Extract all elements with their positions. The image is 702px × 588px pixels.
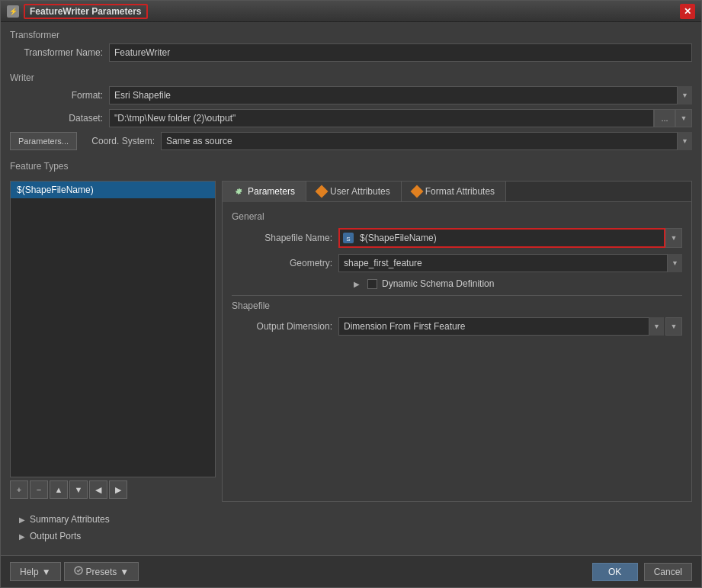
remove-feature-button[interactable]: − [30, 480, 48, 499]
coord-label: Coord. System: [77, 136, 161, 146]
output-dimension-extra-button[interactable]: ▼ [665, 317, 682, 336]
dimension-dropdown-wrapper: Dimension From First Feature ▼ ▼ [338, 317, 682, 336]
format-label: Format: [10, 90, 109, 101]
title-bar-left: ⚡ FeatureWriter Parameters [7, 4, 148, 19]
tab-user-attributes-label: User Attributes [330, 186, 390, 197]
close-button[interactable]: ✕ [680, 4, 695, 19]
dynamic-schema-row: ▶ Dynamic Schema Definition [232, 278, 682, 289]
transformer-name-input[interactable] [109, 43, 692, 62]
tab-parameters[interactable]: Parameters [223, 182, 306, 202]
dataset-label: Dataset: [10, 113, 109, 124]
feature-types-label: Feature Types [10, 161, 692, 172]
tab-user-attributes[interactable]: User Attributes [306, 182, 402, 201]
dynamic-schema-checkbox[interactable] [367, 279, 377, 289]
separator-1 [232, 295, 682, 296]
feature-list: $(ShapeFileName) [10, 181, 216, 477]
coord-row: Parameters... Coord. System: Same as sou… [10, 132, 692, 150]
dynamic-schema-label: Dynamic Schema Definition [382, 278, 494, 289]
output-ports-expand-icon: ▶ [19, 532, 25, 541]
parameters-button[interactable]: Parameters... [10, 132, 77, 150]
ok-button[interactable]: OK [592, 563, 638, 581]
footer-left: Help ▼ Presets ▼ [10, 562, 139, 581]
format-attr-icon [410, 185, 423, 198]
svg-text:S: S [346, 236, 350, 243]
dataset-row: Dataset: ... ▼ [10, 109, 692, 127]
summary-expand-icon: ▶ [19, 516, 25, 524]
title-bar: ⚡ FeatureWriter Parameters ✕ [1, 1, 701, 22]
browse-button[interactable]: ... [654, 109, 675, 127]
presets-button[interactable]: Presets ▼ [64, 562, 139, 581]
tab-parameters-label: Parameters [248, 186, 295, 197]
dataset-arrow-button[interactable]: ▼ [675, 109, 692, 127]
shapefile-name-label: Shapefile Name: [232, 233, 338, 243]
geometry-row: Geometry: shape_first_feature ▼ [232, 254, 682, 272]
shapefile-name-input[interactable] [357, 231, 664, 245]
footer-right: OK Cancel [592, 563, 692, 581]
geometry-label: Geometry: [232, 258, 338, 268]
list-item[interactable]: $(ShapeFileName) [11, 182, 215, 198]
shapefile-name-input-wrapper: S [338, 228, 665, 248]
feature-list-panel: $(ShapeFileName) + − ▲ ▼ ◀ ▶ [10, 181, 216, 502]
coord-dropdown-wrapper: Same as source ▼ [161, 132, 692, 150]
transformer-section: Transformer Transformer Name: [10, 30, 692, 66]
add-feature-button[interactable]: + [10, 480, 28, 499]
transformer-name-label: Transformer Name: [10, 47, 109, 58]
geometry-dropdown[interactable]: shape_first_feature [338, 254, 682, 272]
tabs-bar: Parameters User Attributes Format Attrib… [223, 182, 691, 202]
writer-section: Writer Format: Esri Shapefile ▼ Dataset:… [10, 72, 692, 155]
geometry-dropdown-wrapper: shape_first_feature ▼ [338, 254, 682, 272]
gear-icon [233, 186, 244, 197]
output-ports-row[interactable]: ▶ Output Ports [19, 528, 683, 545]
general-label: General [232, 211, 682, 222]
main-content: Transformer Transformer Name: Writer For… [1, 22, 701, 555]
dynamic-schema-expand[interactable]: ▶ [354, 280, 360, 288]
transformer-label: Transformer [10, 30, 692, 40]
writer-label: Writer [10, 72, 692, 83]
shapefile-name-row: Shapefile Name: S [232, 228, 682, 248]
summary-attributes-row[interactable]: ▶ Summary Attributes [19, 511, 683, 528]
help-dropdown-arrow: ▼ [42, 567, 51, 577]
shapefile-section-label: Shapefile [232, 300, 682, 311]
summary-attributes-label: Summary Attributes [30, 514, 110, 525]
cancel-button[interactable]: Cancel [644, 563, 692, 581]
feature-types-section: $(ShapeFileName) + − ▲ ▼ ◀ ▶ [10, 181, 692, 502]
shapefile-name-arrow-button[interactable]: ▼ [665, 228, 682, 248]
dataset-input[interactable] [109, 109, 654, 127]
move-left-button[interactable]: ◀ [89, 480, 107, 499]
right-panel: Parameters User Attributes Format Attrib… [222, 181, 692, 502]
tab-format-attributes-label: Format Attributes [425, 186, 495, 197]
window-title: FeatureWriter Parameters [24, 4, 148, 19]
dim-select-wrapper: Dimension From First Feature ▼ [338, 317, 664, 336]
move-down-button[interactable]: ▼ [69, 480, 88, 499]
presets-dropdown-arrow: ▼ [120, 567, 129, 577]
bottom-section: ▶ Summary Attributes ▶ Output Ports [10, 508, 692, 548]
user-attr-icon [316, 185, 329, 198]
app-icon: ⚡ [7, 5, 19, 18]
help-button[interactable]: Help ▼ [10, 562, 61, 581]
main-window: ⚡ FeatureWriter Parameters ✕ Transformer… [0, 0, 702, 588]
feature-list-toolbar: + − ▲ ▼ ◀ ▶ [10, 477, 216, 502]
format-row: Format: Esri Shapefile ▼ [10, 86, 692, 104]
tab-format-attributes[interactable]: Format Attributes [402, 182, 506, 201]
coord-dropdown[interactable]: Same as source [161, 132, 692, 150]
parameters-tab-panel: General Shapefile Name: S [223, 202, 691, 501]
output-ports-label: Output Ports [30, 531, 81, 541]
output-dimension-row: Output Dimension: Dimension From First F… [232, 317, 682, 336]
transformer-name-row: Transformer Name: [10, 43, 692, 62]
footer: Help ▼ Presets ▼ OK Cancel [1, 555, 701, 587]
output-dimension-dropdown[interactable]: Dimension From First Feature [338, 317, 664, 336]
format-dropdown[interactable]: Esri Shapefile [109, 86, 692, 104]
presets-icon [74, 566, 83, 577]
shapefile-name-icon: S [340, 230, 357, 246]
format-dropdown-wrapper: Esri Shapefile ▼ [109, 86, 692, 104]
move-right-button[interactable]: ▶ [109, 480, 127, 499]
move-up-button[interactable]: ▲ [50, 480, 68, 499]
output-dimension-label: Output Dimension: [232, 321, 338, 332]
